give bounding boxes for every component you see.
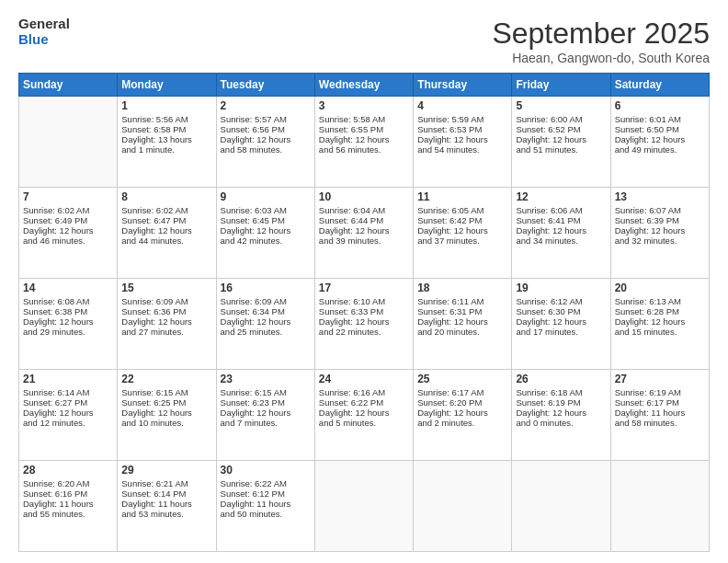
day-info-line: Sunrise: 6:03 AM: [221, 205, 311, 215]
day-number: 16: [221, 282, 311, 294]
day-info-line: Sunrise: 6:21 AM: [121, 478, 211, 488]
calendar-cell: [512, 461, 610, 552]
day-info-line: and 53 minutes.: [121, 509, 211, 519]
calendar-cell: 21Sunrise: 6:14 AMSunset: 6:27 PMDayligh…: [19, 370, 118, 461]
day-info-line: Sunrise: 6:20 AM: [23, 478, 113, 488]
day-info-line: Daylight: 12 hours: [516, 408, 606, 418]
calendar-cell: 2Sunrise: 5:57 AMSunset: 6:56 PMDaylight…: [216, 97, 314, 188]
calendar-cell: 3Sunrise: 5:58 AMSunset: 6:55 PMDaylight…: [314, 97, 413, 188]
day-header-thursday: Thursday: [414, 74, 512, 97]
day-info-line: Sunrise: 6:04 AM: [319, 205, 409, 215]
day-number: 18: [417, 282, 507, 294]
calendar-cell: 24Sunrise: 6:16 AMSunset: 6:22 PMDayligh…: [314, 370, 413, 461]
day-info-line: Daylight: 12 hours: [615, 225, 705, 236]
day-info-line: Daylight: 11 hours: [221, 499, 311, 509]
location-subtitle: Haean, Gangwon-do, South Korea: [492, 51, 710, 65]
day-info-line: and 0 minutes.: [516, 418, 606, 428]
calendar-cell: 28Sunrise: 6:20 AMSunset: 6:16 PMDayligh…: [19, 461, 118, 552]
day-info-line: Daylight: 12 hours: [417, 134, 507, 144]
day-info-line: Sunrise: 6:16 AM: [319, 387, 409, 397]
day-info-line: and 56 minutes.: [319, 144, 409, 155]
day-info-line: Sunset: 6:14 PM: [121, 488, 211, 499]
day-info-line: and 51 minutes.: [516, 144, 606, 155]
day-info-line: Daylight: 12 hours: [417, 408, 507, 418]
day-info-line: Sunset: 6:16 PM: [23, 488, 113, 499]
title-block: September 2025 Haean, Gangwon-do, South …: [492, 17, 710, 65]
day-number: 23: [221, 373, 311, 385]
days-header-row: SundayMondayTuesdayWednesdayThursdayFrid…: [19, 74, 710, 97]
day-info-line: Sunrise: 5:58 AM: [319, 114, 409, 124]
calendar-cell: 25Sunrise: 6:17 AMSunset: 6:20 PMDayligh…: [414, 370, 512, 461]
day-info-line: Daylight: 12 hours: [417, 225, 507, 236]
day-number: 22: [121, 373, 211, 385]
day-info-line: Sunset: 6:53 PM: [417, 124, 507, 134]
calendar-cell: [314, 461, 413, 552]
day-info-line: and 7 minutes.: [221, 418, 311, 428]
day-info-line: Daylight: 12 hours: [23, 408, 113, 418]
day-info-line: and 42 minutes.: [221, 236, 311, 246]
day-info-line: Sunrise: 6:18 AM: [516, 387, 606, 397]
day-number: 15: [121, 282, 211, 294]
calendar-cell: 16Sunrise: 6:09 AMSunset: 6:34 PMDayligh…: [216, 279, 314, 370]
calendar-cell: 22Sunrise: 6:15 AMSunset: 6:25 PMDayligh…: [118, 370, 216, 461]
day-number: 8: [121, 190, 211, 203]
calendar-cell: 30Sunrise: 6:22 AMSunset: 6:12 PMDayligh…: [216, 461, 314, 552]
day-number: 27: [615, 373, 705, 385]
calendar-cell: 9Sunrise: 6:03 AMSunset: 6:45 PMDaylight…: [216, 188, 314, 279]
day-info-line: Sunrise: 6:15 AM: [221, 387, 311, 397]
day-info-line: and 17 minutes.: [516, 327, 606, 337]
day-number: 20: [615, 282, 705, 294]
day-info-line: Daylight: 12 hours: [319, 225, 409, 236]
day-info-line: Sunrise: 5:56 AM: [121, 114, 211, 124]
calendar-cell: 27Sunrise: 6:19 AMSunset: 6:17 PMDayligh…: [610, 370, 709, 461]
day-number: 29: [121, 464, 211, 477]
day-number: 2: [221, 99, 311, 112]
day-info-line: and 1 minute.: [121, 144, 211, 155]
logo-text-line2: Blue: [18, 32, 70, 48]
day-info-line: Sunrise: 6:12 AM: [516, 296, 606, 306]
calendar-cell: 23Sunrise: 6:15 AMSunset: 6:23 PMDayligh…: [216, 370, 314, 461]
header: General Blue General Blue September 2025…: [18, 17, 710, 65]
day-info-line: Sunset: 6:58 PM: [121, 124, 211, 134]
day-info-line: Sunset: 6:20 PM: [417, 397, 507, 408]
day-info-line: and 32 minutes.: [615, 236, 705, 246]
day-info-line: Sunset: 6:36 PM: [121, 306, 211, 316]
page: General Blue General Blue September 2025…: [0, 0, 728, 563]
day-info-line: Sunrise: 6:08 AM: [23, 296, 113, 306]
day-info-line: Sunrise: 6:09 AM: [121, 296, 211, 306]
day-info-line: Sunset: 6:25 PM: [121, 397, 211, 408]
day-info-line: Sunset: 6:12 PM: [221, 488, 311, 499]
day-info-line: Daylight: 12 hours: [319, 408, 409, 418]
day-info-line: and 20 minutes.: [417, 327, 507, 337]
calendar-cell: 7Sunrise: 6:02 AMSunset: 6:49 PMDaylight…: [19, 188, 118, 279]
day-info-line: and 54 minutes.: [417, 144, 507, 155]
day-info-line: and 58 minutes.: [221, 144, 311, 155]
calendar-cell: 8Sunrise: 6:02 AMSunset: 6:47 PMDaylight…: [118, 188, 216, 279]
week-row-1: 1Sunrise: 5:56 AMSunset: 6:58 PMDaylight…: [19, 97, 710, 188]
day-info-line: Daylight: 12 hours: [319, 316, 409, 327]
day-info-line: Sunset: 6:28 PM: [615, 306, 705, 316]
day-info-line: Daylight: 12 hours: [319, 134, 409, 144]
day-number: 4: [417, 99, 507, 112]
day-info-line: Daylight: 12 hours: [121, 316, 211, 327]
day-header-monday: Monday: [118, 74, 216, 97]
day-info-line: Sunset: 6:34 PM: [221, 306, 311, 316]
day-number: 19: [516, 282, 606, 294]
day-info-line: Daylight: 12 hours: [516, 225, 606, 236]
logo-text-line1: General: [18, 17, 70, 32]
day-info-line: Sunset: 6:27 PM: [23, 397, 113, 408]
week-row-5: 28Sunrise: 6:20 AMSunset: 6:16 PMDayligh…: [19, 461, 710, 552]
day-info-line: and 2 minutes.: [417, 418, 507, 428]
day-info-line: and 5 minutes.: [319, 418, 409, 428]
day-info-line: Sunrise: 6:19 AM: [615, 387, 705, 397]
day-number: 24: [319, 373, 409, 385]
day-info-line: Sunrise: 6:22 AM: [221, 478, 311, 488]
day-info-line: and 58 minutes.: [615, 418, 705, 428]
day-info-line: Daylight: 12 hours: [516, 316, 606, 327]
day-info-line: Sunset: 6:42 PM: [417, 215, 507, 225]
day-info-line: and 50 minutes.: [221, 509, 311, 519]
calendar-cell: 15Sunrise: 6:09 AMSunset: 6:36 PMDayligh…: [118, 279, 216, 370]
day-info-line: Daylight: 12 hours: [121, 408, 211, 418]
day-info-line: Sunrise: 6:05 AM: [417, 205, 507, 215]
day-info-line: Sunrise: 6:07 AM: [615, 205, 705, 215]
